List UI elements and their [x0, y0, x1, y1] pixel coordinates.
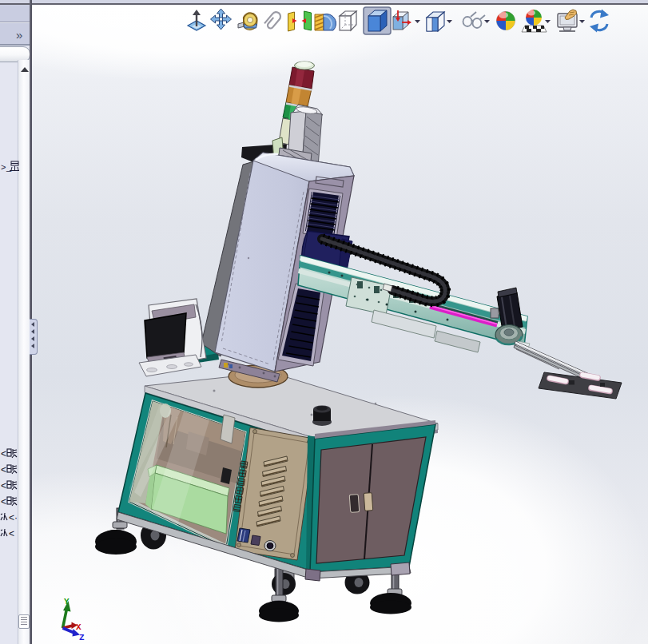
svg-text:X: X	[76, 622, 81, 632]
svg-text:Y: Y	[64, 597, 70, 606]
svg-text:<: <	[1, 496, 6, 507]
svg-text:<: <	[1, 480, 6, 491]
svg-text:Z: Z	[79, 633, 85, 642]
svg-text:>: >	[1, 162, 6, 172]
svg-text:<·: <·	[9, 512, 18, 523]
svg-text:<: <	[9, 528, 14, 539]
svg-text:<: <	[1, 448, 6, 459]
svg-text:<: <	[1, 464, 6, 475]
